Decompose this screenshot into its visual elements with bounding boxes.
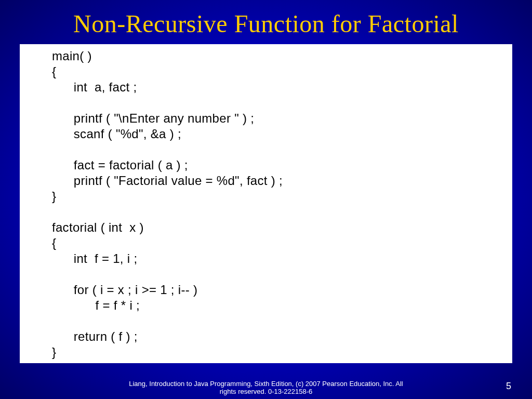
page-number: 5 [506, 381, 511, 392]
code-block: main( ) { int a, fact ; printf ( "\nEnte… [26, 48, 506, 360]
footer-line-2: rights reserved. 0-13-222158-6 [220, 388, 313, 395]
footer-citation: Liang, Introduction to Java Programming,… [0, 380, 532, 396]
footer-line-1: Liang, Introduction to Java Programming,… [129, 380, 403, 388]
slide-title: Non-Recursive Function for Factorial [0, 0, 532, 44]
code-container: main( ) { int a, fact ; printf ( "\nEnte… [20, 44, 512, 363]
